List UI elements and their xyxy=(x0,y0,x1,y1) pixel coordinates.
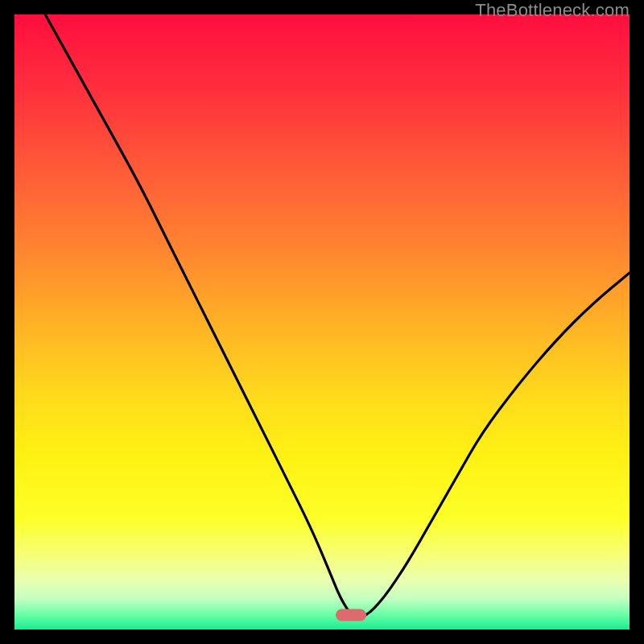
optimum-marker xyxy=(336,609,366,621)
plot-area xyxy=(14,14,630,630)
watermark-text: TheBottleneck.com xyxy=(475,0,630,21)
bottleneck-curve xyxy=(14,14,630,630)
chart-container: TheBottleneck.com xyxy=(0,0,644,644)
